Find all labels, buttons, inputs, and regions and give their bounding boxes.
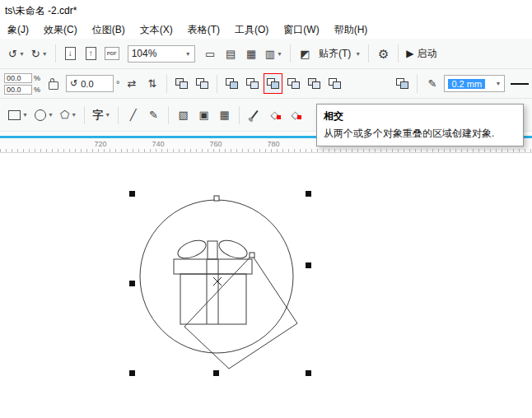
simplify-button[interactable] <box>284 73 303 94</box>
smart-fill-icon: ◇ <box>271 109 279 120</box>
window-title: ts\未命名 -2.cdr* <box>5 4 77 18</box>
chevron-down-icon: ▼ <box>42 51 48 57</box>
separator <box>368 44 369 63</box>
remove-front-button[interactable] <box>325 73 344 94</box>
launch-button[interactable]: ▶ 启动 <box>406 47 436 61</box>
rotation-field[interactable]: ↺ 0.0 <box>66 75 114 92</box>
snap-to-dropdown[interactable]: 贴齐(T) ▼ <box>319 47 361 61</box>
intersect-icon <box>267 78 279 89</box>
selection-handle[interactable] <box>213 370 219 376</box>
create-boundary-button[interactable] <box>393 73 412 94</box>
menu-item-4[interactable]: 表格(T) <box>180 23 227 37</box>
mirror-vertical-icon: ⇅ <box>147 78 156 89</box>
bezier-tool-button[interactable]: ✎ <box>144 104 163 125</box>
align-distribute-button[interactable]: ◩ <box>296 44 315 64</box>
selection-handle[interactable] <box>129 370 135 376</box>
scale-y-field[interactable]: 00.0 <box>4 85 32 95</box>
mirror-horizontal-button[interactable]: ⇄ <box>122 73 141 94</box>
curve-node[interactable] <box>250 253 254 258</box>
menu-item-5[interactable]: 工具(O) <box>227 23 276 37</box>
pen-nib-icon: ✎ <box>427 78 436 89</box>
ruler-icon: ▤ <box>226 49 236 59</box>
outline-width-select[interactable]: 0.2 mm ▼ <box>444 75 505 92</box>
selection-handle[interactable] <box>306 262 311 268</box>
remove-back-button[interactable] <box>305 73 324 94</box>
lock-ratio-button[interactable] <box>44 73 63 94</box>
menu-item-6[interactable]: 窗口(W) <box>276 23 326 37</box>
pdf-icon: PDF <box>105 47 119 60</box>
separator <box>398 44 399 63</box>
text-tool-button[interactable]: 字▼ <box>90 104 113 125</box>
redo-icon: ↻ <box>31 49 40 59</box>
smart-fill-tool-button[interactable]: ◇ <box>265 104 284 125</box>
outline-style-preview[interactable] <box>511 83 529 85</box>
blend-tool-button[interactable]: ▣ <box>194 104 213 125</box>
gift-box-shape[interactable] <box>174 237 252 324</box>
rotation-icon: ↺ <box>70 79 77 88</box>
separator <box>84 106 85 124</box>
zoom-level-select[interactable]: 104% ▼ <box>128 45 195 63</box>
export-icon: ↑ <box>86 47 96 60</box>
undo-button[interactable]: ↺▼ <box>6 44 27 64</box>
options-button[interactable]: ⚙ <box>374 44 393 64</box>
gift-body[interactable] <box>180 274 246 324</box>
ellipse-icon <box>35 109 46 121</box>
show-grid-button[interactable]: ▦ <box>242 44 261 64</box>
canvas[interactable] <box>0 154 532 418</box>
property-bar: 00.0 % 00.0 % ↺ 0.0 ° ⇄ ⇅ ✎ 0.2 mm <box>0 69 532 99</box>
ellipse-tool-button[interactable]: ▼ <box>32 104 56 125</box>
show-guidelines-button[interactable]: ▥▼ <box>263 44 285 64</box>
curve-node[interactable] <box>214 196 219 201</box>
export-button[interactable]: ↑ <box>82 44 100 64</box>
outline-pen-button[interactable]: ✎ <box>422 73 441 94</box>
contour-icon: ▧ <box>178 109 188 120</box>
corel-window: ts\未命名 -2.cdr* 象(J)效果(C)位图(B)文本(X)表格(T)工… <box>0 0 532 418</box>
break-apart-button[interactable] <box>193 73 212 94</box>
redo-button[interactable]: ↻▼ <box>29 44 50 64</box>
launch-label: 启动 <box>417 47 436 61</box>
snap-label: 贴齐(T) <box>319 47 351 61</box>
rectangle-tool-button[interactable]: ▼ <box>6 104 30 125</box>
menu-item-7[interactable]: 帮助(H) <box>327 23 376 37</box>
polygon-tool-button[interactable]: ⬠▼ <box>58 104 79 125</box>
trim-button[interactable] <box>243 73 262 94</box>
selection-handle[interactable] <box>129 191 135 197</box>
menu-item-2[interactable]: 位图(B) <box>85 23 133 37</box>
scale-x-field[interactable]: 00.0 <box>4 73 32 83</box>
freehand-tool-button[interactable]: ╱ <box>124 104 142 125</box>
interactive-fill-tool-button[interactable]: ◇ <box>286 104 305 125</box>
combine-button[interactable] <box>172 73 191 94</box>
selection-handle[interactable] <box>306 191 311 197</box>
lock-icon <box>49 81 58 90</box>
chevron-down-icon: ▼ <box>22 112 28 118</box>
separator <box>118 106 119 124</box>
menu-item-3[interactable]: 文本(X) <box>133 23 180 37</box>
menu-bar: 象(J)效果(C)位图(B)文本(X)表格(T)工具(O)窗口(W)帮助(H) <box>0 21 532 39</box>
chevron-down-icon: ▼ <box>185 51 191 57</box>
publish-pdf-button[interactable]: PDF <box>102 44 122 64</box>
pattern-fill-button[interactable]: ▦ <box>215 104 234 125</box>
circle-shape[interactable] <box>140 200 293 353</box>
percent-label: % <box>34 86 40 94</box>
import-button[interactable]: ↓ <box>61 44 80 64</box>
contour-tool-button[interactable]: ▧ <box>174 104 193 125</box>
eyedropper-tool-button[interactable] <box>245 104 264 125</box>
selection-handle[interactable] <box>306 370 311 376</box>
remove-back-icon <box>308 78 320 89</box>
center-x-marker[interactable] <box>213 277 222 286</box>
chevron-down-icon: ▼ <box>355 51 361 57</box>
zoom-value: 104% <box>132 48 157 59</box>
mirror-vertical-button[interactable]: ⇅ <box>142 73 161 94</box>
full-screen-preview-button[interactable]: ▭ <box>201 44 220 64</box>
selection-handles <box>129 191 311 376</box>
gift-lid[interactable] <box>174 259 252 274</box>
menu-item-0[interactable]: 象(J) <box>0 23 36 37</box>
menu-item-1[interactable]: 效果(C) <box>36 23 85 37</box>
separator <box>290 44 291 63</box>
weld-button[interactable] <box>222 73 241 94</box>
selection-handle[interactable] <box>129 281 135 286</box>
separator <box>217 75 217 93</box>
intersect-button[interactable] <box>264 73 282 94</box>
text-tool-icon: 字 <box>92 108 103 123</box>
show-rulers-button[interactable]: ▤ <box>222 44 240 64</box>
